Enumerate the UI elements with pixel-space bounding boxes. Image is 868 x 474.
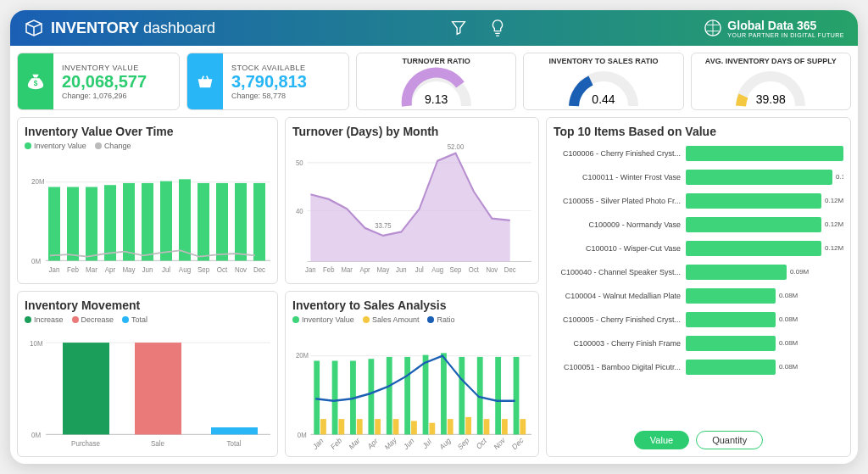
svg-text:Oct: Oct xyxy=(475,435,487,449)
panel-title: Inventory Movement xyxy=(25,298,270,312)
value-button[interactable]: Value xyxy=(634,431,689,449)
svg-text:Jan: Jan xyxy=(49,265,60,274)
svg-rect-70 xyxy=(375,419,381,434)
svg-rect-75 xyxy=(423,354,429,434)
svg-rect-73 xyxy=(404,356,410,434)
svg-rect-15 xyxy=(216,183,228,261)
svg-text:Sep: Sep xyxy=(456,435,470,449)
svg-rect-80 xyxy=(465,416,471,434)
svg-rect-74 xyxy=(411,421,417,434)
item-label: C100009 - Normandy Vase xyxy=(554,220,681,229)
svg-text:Sep: Sep xyxy=(198,265,209,274)
svg-text:Oct: Oct xyxy=(469,265,480,274)
list-item: C100009 - Normandy Vase 0.12M xyxy=(554,213,843,237)
money-bag-icon: $ xyxy=(18,53,53,109)
svg-text:Apr: Apr xyxy=(360,265,370,274)
svg-text:Apr: Apr xyxy=(105,265,115,274)
box-icon xyxy=(24,18,44,38)
svg-rect-78 xyxy=(448,419,453,434)
item-label: C100010 - Wisper-Cut Vase xyxy=(554,244,681,253)
item-label: C100004 - Walnut Medallian Plate xyxy=(554,292,681,300)
svg-text:Jun: Jun xyxy=(142,265,153,274)
svg-text:Aug: Aug xyxy=(431,265,443,274)
svg-rect-64 xyxy=(320,419,326,434)
svg-text:Nov: Nov xyxy=(235,265,248,274)
svg-text:Sep: Sep xyxy=(450,265,462,274)
svg-rect-72 xyxy=(393,419,399,434)
svg-text:Jun: Jun xyxy=(396,265,407,274)
quantity-button[interactable]: Quantity xyxy=(696,431,763,449)
svg-rect-16 xyxy=(235,183,247,261)
list-item: C100010 - Wisper-Cut Vase 0.12M xyxy=(554,237,843,260)
bulb-icon[interactable] xyxy=(488,19,507,37)
panel-value-over-time: Inventory Value Over Time Inventory Valu… xyxy=(17,117,278,284)
kpi-change: Change: 58,778 xyxy=(231,92,307,100)
svg-text:10M: 10M xyxy=(30,337,43,347)
kpi-row: $ INVENTORY VALUE 20,068,577 Change: 1,0… xyxy=(10,46,858,117)
svg-rect-71 xyxy=(387,356,392,434)
svg-text:0M: 0M xyxy=(298,430,307,439)
list-item: C100011 - Winter Frost Vase 0.13M xyxy=(554,165,843,189)
svg-rect-86 xyxy=(520,419,526,434)
dashboard: INVENTORY dashboard Global Data 365 YOUR… xyxy=(10,10,858,464)
kpi-label: INVENTORY VALUE xyxy=(62,64,147,72)
svg-text:Mar: Mar xyxy=(348,435,361,449)
svg-text:20M: 20M xyxy=(31,176,45,186)
item-label: C100005 - Cherry Finished Cryst... xyxy=(554,315,681,324)
brand-tagline: YOUR PARTNER IN DIGITAL FUTURE xyxy=(727,32,844,38)
svg-text:Dec: Dec xyxy=(504,265,516,274)
svg-text:May: May xyxy=(122,265,136,274)
svg-rect-17 xyxy=(253,183,265,261)
panel-title: Top 10 Items Based on Value xyxy=(554,125,843,138)
svg-text:Feb: Feb xyxy=(330,435,343,449)
list-item: C100006 - Cherry Finished Cryst... 0.14M xyxy=(554,142,843,165)
svg-text:Feb: Feb xyxy=(67,265,79,274)
svg-text:20M: 20M xyxy=(296,350,309,360)
svg-text:Jul: Jul xyxy=(415,265,424,274)
svg-text:Nov: Nov xyxy=(492,434,507,449)
svg-rect-11 xyxy=(142,183,153,261)
filter-icon[interactable] xyxy=(449,19,468,37)
svg-rect-36 xyxy=(211,427,258,434)
list-item: C100005 - Cherry Finished Cryst... 0.08M xyxy=(554,308,843,332)
panel-top10: Top 10 Items Based on Value C100006 - Ch… xyxy=(546,117,851,457)
kpi-change: Change: 1,076,296 xyxy=(62,92,147,100)
svg-text:Mar: Mar xyxy=(86,265,97,274)
kpi-inventory-value: $ INVENTORY VALUE 20,068,577 Change: 1,0… xyxy=(17,53,180,110)
svg-rect-9 xyxy=(104,185,116,260)
item-label: C100055 - Silver Plated Photo Fr... xyxy=(554,197,681,205)
svg-rect-6 xyxy=(48,187,60,260)
svg-text:May: May xyxy=(383,434,398,449)
kpi-stock-available: STOCK AVAILABLE 3,790,813 Change: 58,778 xyxy=(186,53,349,110)
legend: Inventory Value Change xyxy=(25,142,270,150)
svg-rect-14 xyxy=(198,183,209,261)
svg-text:Oct: Oct xyxy=(217,265,228,274)
svg-rect-34 xyxy=(63,343,109,434)
svg-rect-68 xyxy=(357,419,363,434)
basket-icon xyxy=(187,53,223,109)
svg-rect-12 xyxy=(160,181,172,261)
svg-text:40: 40 xyxy=(296,206,303,215)
svg-text:0M: 0M xyxy=(31,256,41,265)
svg-text:Aug: Aug xyxy=(438,435,452,449)
svg-text:Jul: Jul xyxy=(421,436,432,449)
item-label: C100006 - Cherry Finished Cryst... xyxy=(554,149,681,158)
kpi-value: 20,068,577 xyxy=(62,72,147,92)
svg-text:Feb: Feb xyxy=(323,265,335,274)
kpi-turnover-ratio: TURNOVER RATIO 9.13 xyxy=(356,53,516,110)
list-item: C100051 - Bamboo Digital Picutr... 0.08M xyxy=(554,355,843,379)
svg-text:Apr: Apr xyxy=(366,436,379,449)
item-label: C100040 - Channel Speaker Syst... xyxy=(554,268,681,276)
kpi-avg-days-supply: AVG. INVENTORY DAYS OF SUPPLY 39.98 xyxy=(691,53,851,110)
kpi-value: 3,790,813 xyxy=(231,72,307,92)
svg-rect-82 xyxy=(484,419,490,434)
svg-text:Purchase: Purchase xyxy=(71,438,100,447)
list-item: C100055 - Silver Plated Photo Fr... 0.12… xyxy=(554,189,843,213)
gauge-value: 39.98 xyxy=(756,92,786,106)
svg-rect-83 xyxy=(495,356,501,434)
kpi-inv-sales-ratio: INVENTORY TO SALES RATIO 0.44 xyxy=(523,53,683,110)
svg-text:Dec: Dec xyxy=(253,265,266,274)
item-label: C100051 - Bamboo Digital Picutr... xyxy=(554,363,681,371)
item-label: C100011 - Winter Frost Vase xyxy=(554,173,681,181)
svg-text:Total: Total xyxy=(227,438,242,447)
